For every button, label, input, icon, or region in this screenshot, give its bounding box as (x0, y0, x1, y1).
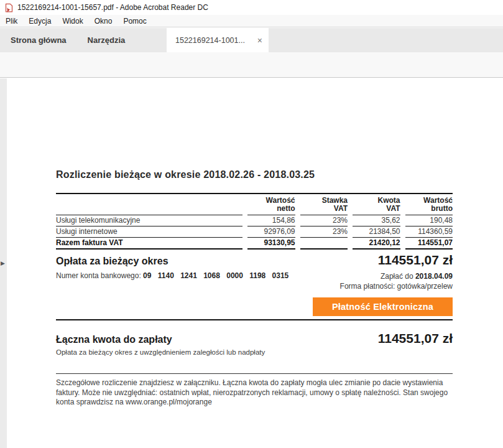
footnote-divider (56, 373, 453, 374)
close-icon[interactable]: × (257, 35, 262, 45)
table-header-description (56, 194, 242, 215)
footnote-text: Szczegółowe rozliczenie znajdziesz w zał… (56, 378, 455, 408)
tab-document[interactable]: 1522169214-1001... × (167, 28, 269, 52)
main-toolbar: 1 / 1 114% ▼ (0, 52, 503, 78)
payment-method-line: Forma płatności: gotówka/przelew (241, 281, 453, 291)
row-description: Razem faktura VAT (56, 238, 242, 250)
total-due-row: Łączna kwota do zapłaty 114551,07 zł (56, 331, 453, 346)
acrobat-window: 1522169214-1001-15657.pdf - Adobe Acroba… (0, 0, 503, 448)
table-header-brutto: Wartość brutto (405, 194, 453, 215)
total-due-label: Łączna kwota do zapłaty (56, 334, 172, 345)
row-netto: 93130,95 (247, 238, 295, 250)
menu-widok[interactable]: Widok (57, 15, 88, 27)
vat-table: Wartość netto Stawka VAT Kwota VAT Warto… (56, 193, 453, 250)
tab-document-label: 1522169214-1001... (175, 36, 245, 45)
table-header-kwota: Kwota VAT (353, 194, 400, 215)
row-vat-rate: 23% (300, 226, 348, 238)
row-brutto: 114360,59 (405, 226, 453, 238)
section-divider (56, 319, 453, 320)
tab-bar: Strona główna Narzędzia 1522169214-1001.… (0, 28, 503, 52)
due-date-line: Zapłać do 2018.04.09 (241, 271, 453, 281)
table-header-netto: Wartość netto (247, 194, 295, 215)
invoice-heading: Rozliczenie bieżące w okresie 2018.02.26… (56, 169, 315, 180)
header-line: VAT (353, 205, 400, 213)
table-row: Usługi telekomunikacyjne 154,86 23% 35,6… (56, 215, 453, 226)
window-title: 1522169214-1001-15657.pdf - Adobe Acroba… (17, 3, 208, 12)
row-vat-amount: 35,62 (353, 215, 400, 226)
row-vat-amount: 21384,50 (353, 226, 400, 238)
electronic-payment-button[interactable]: Płatność Elektroniczna (313, 297, 453, 316)
menu-pomoc[interactable]: Pomoc (118, 15, 152, 27)
row-vat-rate: 23% (300, 215, 348, 226)
due-date-label: Zapłać do (381, 272, 413, 281)
menu-plik[interactable]: Plik (0, 15, 23, 27)
row-brutto: 190,48 (405, 215, 453, 226)
table-row: Usługi internetowe 92976,09 23% 21384,50… (56, 226, 453, 238)
table-header-stawka: Stawka VAT (300, 194, 348, 215)
bank-account-label: Numer konta bankowego: (56, 271, 141, 280)
menu-bar: Plik Edycja Widok Okno Pomoc (0, 15, 503, 27)
pdf-file-icon (4, 3, 14, 12)
current-period-amount: 114551,07 zł (378, 253, 453, 268)
row-netto: 92976,09 (247, 226, 295, 238)
total-due-note: Opłata za bieżący okres z uwzględnieniem… (56, 348, 265, 356)
header-line: netto (247, 205, 295, 213)
tab-home[interactable]: Strona główna (0, 28, 77, 52)
menu-okno[interactable]: Okno (89, 15, 118, 27)
row-vat-amount: 21420,12 (353, 238, 400, 250)
current-period-row: Opłata za bieżący okres 114551,07 zł (56, 253, 453, 268)
due-date-value: 2018.04.09 (415, 272, 453, 281)
total-due-amount: 114551,07 zł (378, 331, 453, 346)
menu-edycja[interactable]: Edycja (23, 15, 57, 27)
expand-panel-icon[interactable]: ▶ (1, 258, 7, 268)
payment-info: Zapłać do 2018.04.09 Forma płatności: go… (241, 271, 453, 291)
header-line: brutto (405, 205, 453, 213)
title-bar: 1522169214-1001-15657.pdf - Adobe Acroba… (0, 0, 503, 15)
row-brutto: 114551,07 (405, 238, 453, 250)
table-header-row: Wartość netto Stawka VAT Kwota VAT Warto… (56, 194, 453, 215)
current-period-label: Opłata za bieżący okres (56, 256, 168, 267)
table-total-row: Razem faktura VAT 93130,95 21420,12 1145… (56, 238, 453, 250)
header-line: VAT (300, 205, 348, 213)
row-vat-rate (300, 238, 348, 250)
row-netto: 154,86 (247, 215, 295, 226)
tab-tools[interactable]: Narzędzia (77, 28, 136, 52)
row-description: Usługi internetowe (56, 226, 242, 238)
row-description: Usługi telekomunikacyjne (56, 215, 242, 226)
